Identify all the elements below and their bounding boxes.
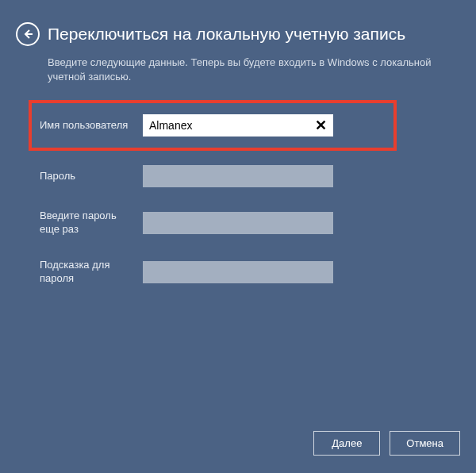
clear-icon[interactable]: ✕: [312, 117, 330, 134]
password-input[interactable]: [143, 165, 333, 187]
hint-input[interactable]: [143, 261, 333, 283]
hint-label: Подсказка для пароля: [40, 259, 143, 286]
username-field-wrap: ✕: [143, 114, 333, 137]
arrow-left-icon: [21, 28, 34, 40]
cancel-button[interactable]: Отмена: [390, 431, 460, 456]
next-button[interactable]: Далее: [313, 431, 380, 456]
password-confirm-input[interactable]: [143, 212, 333, 234]
password-label: Пароль: [40, 170, 143, 183]
username-label: Имя пользователя: [40, 119, 143, 133]
password-row: Пароль: [40, 165, 436, 187]
footer-buttons: Далее Отмена: [313, 431, 460, 456]
username-row: Имя пользователя ✕: [29, 100, 397, 151]
username-input[interactable]: [143, 114, 333, 137]
password-confirm-row: Введите пароль еще раз: [40, 210, 436, 236]
back-button[interactable]: [16, 22, 40, 46]
page-title: Переключиться на локальную учетную запис…: [48, 25, 405, 44]
hint-row: Подсказка для пароля: [40, 259, 436, 286]
account-form: Имя пользователя ✕ Пароль Введите пароль…: [0, 84, 476, 286]
page-subtitle: Введите следующие данные. Теперь вы буде…: [0, 52, 476, 84]
password-confirm-label: Введите пароль еще раз: [40, 210, 143, 236]
